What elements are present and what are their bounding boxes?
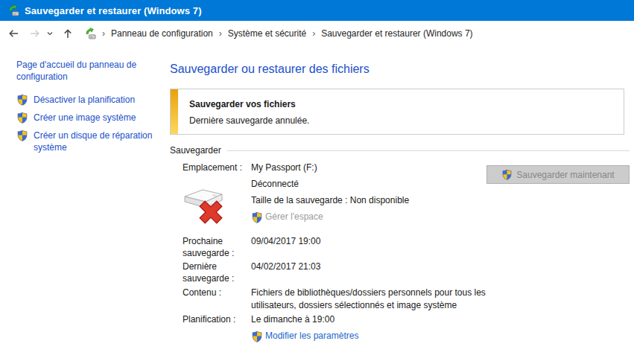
title-bar: Sauvegarder et restaurer (Windows 7) xyxy=(0,0,634,21)
sidebar-item-disable-schedule[interactable]: Désactiver la planification xyxy=(16,94,164,106)
content-label: Contenu : xyxy=(183,287,251,312)
notice-message: Dernière sauvegarde annulée. xyxy=(189,115,309,126)
schedule-value: Le dimanche à 19:00 xyxy=(251,313,358,326)
backup-section: Sauvegarder maintenant Emplacement : My … xyxy=(170,162,630,342)
location-label-cell: Emplacement : xyxy=(183,162,251,227)
row-last-backup: Dernière sauvegarde : 04/02/2017 21:03 xyxy=(183,261,630,284)
sidebar-item-label: Créer une image système xyxy=(34,112,136,124)
next-backup-value: 09/04/2017 19:00 xyxy=(251,235,320,259)
schedule-value-cell: Le dimanche à 19:00 Modifier les paramèt… xyxy=(251,313,358,342)
breadcrumb-item-control-panel[interactable]: Panneau de configuration xyxy=(111,28,213,39)
breadcrumb-item-system-security[interactable]: Système et sécurité xyxy=(228,28,306,39)
backup-app-icon xyxy=(7,4,19,16)
uac-shield-icon xyxy=(16,112,28,124)
sidebar-item-create-repair-disc[interactable]: Créer un disque de réparation système xyxy=(16,130,164,153)
window: Sauvegarder et restaurer (Windows 7) › xyxy=(0,0,634,364)
up-icon xyxy=(62,28,74,39)
backup-location-icon[interactable] xyxy=(84,28,96,39)
content-area: Page d'accueil du panneau de configurati… xyxy=(0,45,634,364)
row-schedule: Planification : Le dimanche à 19:00 Modi… xyxy=(183,313,630,342)
back-icon xyxy=(7,28,19,39)
uac-shield-icon xyxy=(16,94,28,106)
breadcrumb-separator-icon: › xyxy=(219,28,222,39)
sidebar-item-label: Désactiver la planification xyxy=(34,94,135,106)
notice-accent-bar xyxy=(171,89,178,134)
uac-shield-icon xyxy=(16,130,28,141)
disconnected-drive-icon xyxy=(183,181,224,224)
next-backup-label: Prochaine sauvegarde : xyxy=(183,235,251,259)
back-button[interactable] xyxy=(7,28,19,39)
section-title: Sauvegarder xyxy=(170,145,221,156)
notice-title: Sauvegarder vos fichiers xyxy=(189,99,309,109)
content-value: Fichiers de bibliothèques/dossiers perso… xyxy=(251,287,501,312)
uac-shield-icon xyxy=(251,211,263,223)
location-value-cell: My Passport (F:) Déconnecté Taille de la… xyxy=(251,162,409,227)
breadcrumb-item-current[interactable]: Sauvegarder et restaurer (Windows 7) xyxy=(321,28,472,39)
forward-icon xyxy=(29,28,41,39)
backup-size: Taille de la sauvegarde : Non disponible xyxy=(251,194,409,207)
schedule-label: Planification : xyxy=(183,313,251,342)
row-content: Contenu : Fichiers de bibliothèques/doss… xyxy=(183,287,630,312)
window-title: Sauvegarder et restaurer (Windows 7) xyxy=(25,5,202,16)
sidebar-item-control-panel-home[interactable]: Page d'accueil du panneau de configurati… xyxy=(16,59,156,83)
section-header-backup: Sauvegarder xyxy=(170,145,630,156)
manage-space-label: Gérer l'espace xyxy=(265,211,323,223)
modify-settings-label: Modifier les paramètres xyxy=(265,330,358,342)
last-backup-label: Dernière sauvegarde : xyxy=(183,261,251,284)
chevron-down-icon xyxy=(46,30,54,37)
location-label: Emplacement : xyxy=(183,162,251,173)
backup-drive-name: My Passport (F:) xyxy=(251,162,409,174)
last-backup-value: 04/02/2017 21:03 xyxy=(251,261,320,284)
backup-now-label: Sauvegarder maintenant xyxy=(516,170,614,180)
sidebar-item-label: Créer un disque de réparation système xyxy=(34,130,164,153)
backup-drive-status: Déconnecté xyxy=(251,178,409,191)
sidebar-item-create-system-image[interactable]: Créer une image système xyxy=(16,112,164,124)
uac-shield-icon xyxy=(251,331,263,342)
section-divider xyxy=(227,150,630,151)
recent-pages-dropdown[interactable] xyxy=(46,30,54,37)
row-next-backup: Prochaine sauvegarde : 09/04/2017 19:00 xyxy=(183,235,630,259)
uac-shield-icon xyxy=(501,169,513,180)
backup-status-notice: Sauvegarder vos fichiers Dernière sauveg… xyxy=(170,89,624,135)
breadcrumb-separator-icon: › xyxy=(312,28,315,39)
main-pane: Sauvegarder ou restaurer des fichiers Sa… xyxy=(170,45,634,364)
manage-space-link[interactable]: Gérer l'espace xyxy=(251,211,409,223)
backup-now-button[interactable]: Sauvegarder maintenant xyxy=(486,165,630,184)
modify-settings-link[interactable]: Modifier les paramètres xyxy=(251,330,358,342)
notice-body: Sauvegarder vos fichiers Dernière sauveg… xyxy=(178,89,309,134)
breadcrumb: › Panneau de configuration › Système et … xyxy=(84,28,473,39)
sidebar-tasks: Désactiver la planification Créer une im… xyxy=(16,94,162,153)
forward-button[interactable] xyxy=(29,28,41,39)
breadcrumb-separator-icon: › xyxy=(102,28,105,39)
sidebar: Page d'accueil du panneau de configurati… xyxy=(0,45,170,364)
page-title: Sauvegarder ou restaurer des fichiers xyxy=(170,62,630,77)
navigation-bar: › Panneau de configuration › Système et … xyxy=(0,21,634,45)
up-button[interactable] xyxy=(62,28,74,39)
